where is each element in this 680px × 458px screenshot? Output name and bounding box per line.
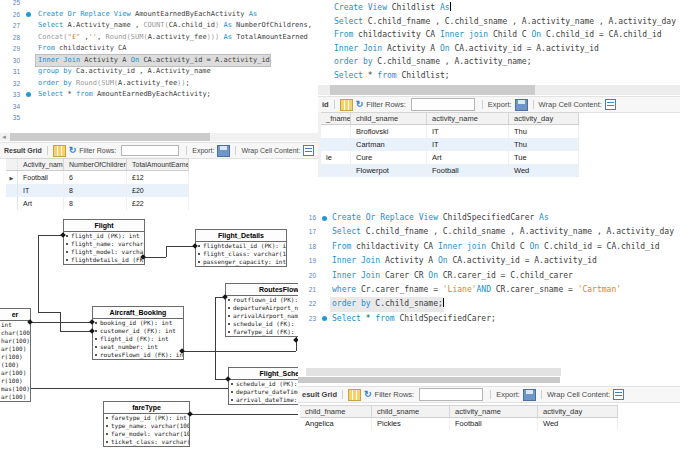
table-cell[interactable]: Angelica (300, 418, 372, 430)
table-cell[interactable]: Cure (351, 151, 427, 164)
table-row[interactable]: CartmanITThu (321, 138, 579, 151)
horizontal-scrollbar[interactable] (306, 368, 561, 376)
code-token: Activity A (84, 56, 130, 64)
column-header[interactable]: TotalAmountEarned (127, 159, 189, 170)
diagram-table-aircraft-booking[interactable]: Aircraft_Bookingbooking_id (PK): intcust… (92, 306, 184, 360)
code-text: Select * from ChildSpecifiedCarer; (330, 312, 496, 326)
panel-splitter[interactable] (298, 377, 560, 383)
scroll-left-arrow-icon[interactable]: ◄ (1, 134, 7, 141)
column-header[interactable]: activity_name (427, 113, 509, 124)
line-number: 16 (298, 211, 318, 225)
table-cell[interactable]: IT (427, 125, 509, 138)
column-header[interactable]: activity_name (450, 406, 538, 417)
table-cell[interactable] (321, 164, 351, 177)
table-row[interactable]: Art8£22 (6, 197, 189, 210)
export-save-icon[interactable] (523, 389, 536, 401)
code-token: 'Cartman' (578, 285, 621, 294)
table-row[interactable]: IT8£20 (6, 184, 189, 197)
refresh-icon[interactable]: ↻ (356, 100, 364, 109)
table-row[interactable]: AngelicaPicklesFootballWed (300, 418, 618, 430)
code-text: Select A.Activity_name , COUNT(CA.child_… (36, 20, 312, 32)
code-token: * (368, 71, 378, 80)
table-cell[interactable]: Thu (509, 138, 579, 151)
sql-code-editor[interactable]: 2526Create Or Replace View AmountEarnedB… (0, 0, 318, 124)
code-token: CA.activity_id = A.activity_id (454, 44, 599, 53)
table-row[interactable]: FlowerpotFootballWed (321, 164, 579, 177)
table-cell[interactable]: Art (427, 151, 509, 164)
table-cell[interactable]: Football (427, 164, 509, 177)
table-row[interactable]: BroflovskiITThu (321, 125, 579, 138)
sql-code-editor[interactable]: Create View Childlist AsSelect C.child_f… (318, 1, 680, 83)
refresh-icon[interactable]: ↻ (69, 146, 77, 155)
table-cell[interactable]: Pickles (372, 418, 450, 430)
table-cell[interactable] (321, 125, 351, 138)
horizontal-scrollbar[interactable]: ◄ (0, 133, 318, 141)
line-number: 20 (298, 269, 318, 283)
table-cell[interactable]: Thu (509, 125, 579, 138)
table-cell[interactable]: IT (427, 138, 509, 151)
diagram-table-flight[interactable]: Flightflight_id (PK): intflight_name: va… (63, 219, 145, 265)
column-header[interactable]: activity_day (509, 113, 579, 124)
export-save-icon[interactable] (515, 99, 528, 111)
table-cell[interactable]: Tue (509, 151, 579, 164)
filter-rows-input[interactable] (411, 98, 475, 111)
column-header[interactable]: child_sname (351, 113, 427, 124)
result-grid-toolbar: esult Grid ↻ Filter Rows: Export: Wrap C… (298, 386, 680, 403)
table-cell[interactable]: Football (450, 418, 538, 430)
table-cell[interactable]: Football (18, 171, 64, 184)
column-header[interactable]: activity_day (538, 406, 618, 417)
horizontal-scrollbar[interactable] (318, 85, 680, 95)
table-cell[interactable]: le (321, 151, 351, 164)
diagram-table-flight-details[interactable]: Flight_Detailsflightdetail_id (PK): intf… (195, 229, 287, 267)
column-header[interactable]: child_fname (300, 406, 372, 417)
table-cell[interactable]: Wed (538, 418, 618, 430)
grid-options-icon[interactable] (53, 145, 66, 157)
text-cursor (450, 2, 451, 11)
sql-code-editor[interactable]: 16Create Or Replace View ChildSpecifiedC… (298, 211, 680, 326)
column-header[interactable]: Activity_name (18, 159, 64, 170)
line-number: 18 (298, 240, 318, 254)
diagram-table-title: fareType (104, 402, 189, 414)
diagram-table-field: flight_name: varchar(100) (64, 240, 144, 248)
table-cell[interactable] (321, 138, 351, 151)
table-cell[interactable]: 8 (64, 184, 127, 197)
filter-rows-input[interactable] (419, 388, 483, 401)
scrollbar-thumb[interactable] (330, 85, 535, 95)
table-cell[interactable]: £20 (127, 184, 189, 197)
table-cell[interactable]: Flowerpot (351, 164, 427, 177)
table-cell[interactable]: Art (18, 197, 64, 210)
filter-rows-input[interactable] (121, 145, 179, 156)
gutter-marker-area (22, 9, 36, 21)
table-cell[interactable]: Wed (509, 164, 579, 177)
table-cell[interactable]: IT (18, 184, 64, 197)
diagram-table-faretype[interactable]: fareTypefaretype_id (PK): inttype_name: … (103, 401, 190, 447)
refresh-icon[interactable]: ↻ (364, 390, 372, 399)
gutter-marker-area (318, 297, 330, 311)
grid-options-icon[interactable] (348, 389, 361, 401)
filter-rows-label: Filter Rows: (79, 147, 116, 154)
wrap-cell-content-icon[interactable] (303, 145, 314, 156)
code-token: Childlist (392, 3, 440, 12)
table-cell[interactable]: Broflovski (351, 125, 427, 138)
code-token: Inner Join (332, 256, 385, 265)
line-number: 30 (0, 55, 22, 67)
table-cell[interactable]: £22 (127, 197, 189, 210)
export-save-icon[interactable] (217, 145, 230, 157)
scrollbar-thumb[interactable] (10, 133, 210, 141)
diagram-table-field: ar(100) (0, 345, 30, 353)
column-header[interactable]: NumberOfChildrens (64, 159, 127, 170)
table-cell[interactable]: Cartman (351, 138, 427, 151)
relationship-line (38, 235, 39, 312)
table-cell[interactable]: 6 (64, 171, 127, 184)
table-cell[interactable]: £12 (127, 171, 189, 184)
code-token: From (38, 44, 59, 52)
wrap-cell-content-icon[interactable] (613, 389, 624, 400)
table-cell[interactable]: 8 (64, 197, 127, 210)
column-header[interactable]: _fname (321, 113, 351, 124)
wrap-cell-content-icon[interactable] (605, 99, 616, 110)
column-header[interactable]: child_sname (372, 406, 450, 417)
grid-options-icon[interactable] (340, 99, 353, 111)
table-row[interactable]: leCureArtTue (321, 151, 579, 164)
code-token: CA.activity_id = A.activity_id (143, 56, 269, 64)
table-row[interactable]: ▶Football6£12 (6, 171, 189, 184)
